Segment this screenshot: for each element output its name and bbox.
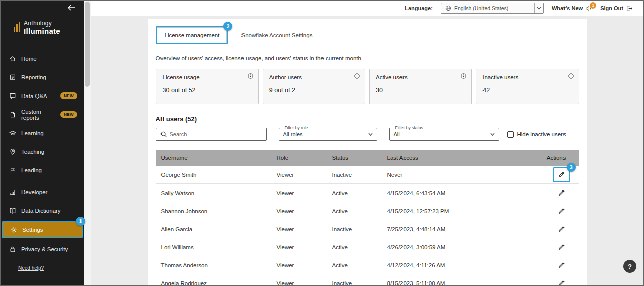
need-help-link[interactable]: Need help? [18, 265, 44, 271]
table-row: Angela Rodriguez Viewer Inactive 8/15/20… [156, 274, 579, 285]
hide-inactive-users-label: Hide inactive users [517, 131, 566, 137]
table-row: Lori Williams Viewer Active 4/26/2024, 3… [156, 238, 579, 256]
cell-username: Thomas Anderson [156, 262, 272, 268]
whats-new-label: What's New [552, 5, 583, 11]
search-icon [160, 131, 167, 137]
users-table: Username Role Status Last Access Actions… [156, 150, 579, 285]
pencil-icon [558, 226, 565, 233]
sidebar-item-label: Data Dictionary [21, 208, 61, 214]
chevron-down-icon [368, 133, 373, 136]
scrollbar-thumb[interactable] [85, 2, 90, 87]
tab-license-management[interactable]: License management [157, 27, 227, 43]
edit-user-button[interactable] [557, 188, 566, 198]
edit-user-button[interactable] [557, 261, 566, 270]
cell-role: Viewer [272, 208, 327, 214]
role-filter-select[interactable]: Filter by role All roles [279, 128, 377, 141]
sidebar-item-label: Learning [21, 130, 44, 136]
language-label: Language: [405, 5, 433, 11]
cell-status: Active [327, 262, 382, 268]
cell-username: Lori Williams [156, 244, 272, 250]
sidebar-item-reporting[interactable]: Reporting [1, 68, 84, 86]
search-input[interactable] [170, 131, 262, 137]
sidebar-item-data-dictionary[interactable]: Data Dictionary [1, 201, 84, 220]
info-icon[interactable] [461, 73, 466, 79]
info-icon[interactable] [248, 73, 253, 79]
card-active-users: Active users 30 [369, 69, 472, 104]
whats-new-count-badge: 1 [590, 2, 596, 9]
sidebar-item-data-qa[interactable]: Data Q&A NEW [1, 86, 84, 105]
license-panel: License management 2 Snowflake Account S… [148, 19, 587, 285]
cell-status: Inactive [327, 172, 382, 178]
cell-status: Active [327, 208, 382, 214]
pencil-icon [558, 208, 565, 215]
cell-username: Sally Watson [156, 190, 272, 196]
vertical-scrollbar[interactable] [84, 1, 91, 285]
sidebar-item-label: Developer [21, 189, 47, 195]
content-area: License management 2 Snowflake Account S… [91, 16, 643, 285]
sidebar-item-label: Privacy & Security [21, 246, 68, 252]
app-logo: Anthology Illuminate [1, 16, 84, 40]
home-icon [9, 55, 16, 62]
card-value: 30 [376, 87, 465, 94]
pencil-icon [558, 262, 565, 269]
language-select[interactable]: English (United States) [441, 3, 544, 14]
back-button[interactable] [67, 5, 75, 12]
col-last-access: Last Access [382, 155, 533, 161]
sidebar-item-teaching[interactable]: Teaching [1, 142, 84, 161]
tab-snowflake-account-settings[interactable]: Snowflake Account Settings [241, 32, 312, 38]
sidebar-item-leading[interactable]: Leading [1, 161, 84, 179]
sidebar-item-learning[interactable]: Learning [1, 124, 84, 142]
card-license-usage: License usage 30 out of 52 [156, 69, 259, 104]
new-badge: NEW [60, 92, 77, 99]
card-value: 9 out of 2 [269, 87, 359, 94]
edit-user-button[interactable] [557, 279, 566, 286]
whats-new-button[interactable]: What's New 1 [552, 5, 592, 12]
table-row: Thomas Anderson Viewer Active 4/12/2024,… [156, 256, 579, 274]
info-icon[interactable] [568, 73, 574, 79]
all-users-heading: All users (52) [156, 115, 579, 123]
table-row: Shannon Johnson Viewer Active 4/15/2024,… [156, 202, 579, 220]
cell-username: George Smith [156, 172, 272, 178]
tab-license-management-highlight: License management 2 [156, 26, 228, 44]
sign-out-button[interactable]: Sign Out [600, 5, 632, 12]
pin-icon [9, 148, 16, 155]
card-label: Author users [269, 74, 359, 80]
sidebar-item-privacy-security[interactable]: Privacy & Security [1, 240, 84, 258]
report-icon [9, 74, 16, 81]
sidebar-item-settings[interactable]: Settings 1 [2, 221, 83, 238]
back-arrow-icon [67, 5, 75, 12]
cell-role: Viewer [272, 244, 327, 250]
book-icon [9, 207, 16, 214]
edit-user-button[interactable] [557, 225, 566, 234]
chevron-down-icon [490, 133, 495, 136]
sidebar-item-custom-reports[interactable]: Custom reports NEW [1, 105, 84, 124]
cell-role: Viewer [272, 226, 327, 232]
sidebar-item-home[interactable]: Home [1, 49, 84, 68]
hide-inactive-users-control: Hide inactive users [507, 131, 566, 138]
sign-out-icon [626, 5, 632, 12]
language-value: English (United States) [454, 5, 508, 11]
gear-icon [10, 226, 17, 233]
brand-name: Anthology [24, 20, 60, 27]
hide-inactive-users-checkbox[interactable] [507, 131, 514, 138]
cell-last-access: 4/12/2024, 4:11:26 AM [382, 262, 533, 268]
page-description: Overview of users' access, license usage… [156, 55, 579, 61]
cell-role: Viewer [272, 262, 327, 268]
status-filter-label: Filter by status [394, 125, 425, 130]
cell-status: Inactive [327, 226, 382, 232]
sidebar-item-label: Teaching [21, 149, 44, 155]
pencil-icon [558, 280, 565, 286]
info-icon[interactable] [354, 73, 360, 79]
edit-user-button[interactable] [557, 243, 566, 252]
search-box [156, 128, 267, 141]
status-filter-select[interactable]: Filter by status All [389, 128, 499, 141]
card-value: 30 out of 52 [163, 87, 252, 94]
col-role: Role [272, 155, 327, 161]
cell-last-access: 4/15/2024, 6:43:54 AM [382, 190, 533, 196]
help-button[interactable]: ? [623, 260, 636, 273]
filters-row: Filter by role All roles Filter by statu… [156, 128, 579, 141]
col-status: Status [327, 155, 382, 161]
sidebar-item-developer[interactable]: Developer [1, 182, 84, 201]
edit-user-button[interactable] [557, 207, 566, 216]
edit-user-button[interactable] [557, 170, 566, 179]
